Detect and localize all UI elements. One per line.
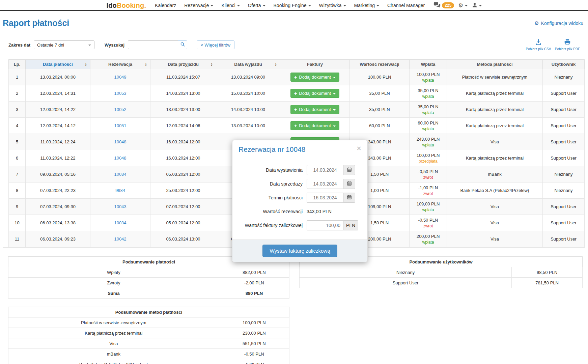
sort-icon: ▲▼ xyxy=(275,63,277,66)
menu-item-rezerwacje[interactable]: Rezerwacje xyxy=(184,3,213,8)
account-menu-button[interactable] xyxy=(472,2,482,9)
cell-arrival: 11.03.2024 15:07 xyxy=(150,69,216,85)
summary-label: Nieznany xyxy=(300,267,512,278)
modal-field-wartosc-rezerwacji: Wartość rezerwacji343,00 PLN xyxy=(236,206,361,217)
menu-item-klienci[interactable]: Klienci xyxy=(221,3,240,8)
cell-payment-date: 12.03.2024, 14:22 xyxy=(26,102,90,118)
reservation-link[interactable]: 10034 xyxy=(114,172,126,177)
cell-lp: 2 xyxy=(9,85,26,102)
close-icon[interactable]: × xyxy=(357,145,361,151)
column-header-label: Data przyjazdu xyxy=(168,62,199,67)
chevron-down-icon xyxy=(308,5,311,6)
reservation-link[interactable]: 9984 xyxy=(115,188,125,193)
cell-payment-date: 11.03.2024, 12:24 xyxy=(26,134,90,150)
summary-label: Kartą płatniczą przez terminal xyxy=(8,328,219,338)
cell-arrival: 16.03.2024 12:00 xyxy=(150,134,216,150)
invoice-modal: Rezerwacja nr 10048 × Data wystawieniaDa… xyxy=(232,140,368,262)
menu-item-oferta[interactable]: Oferta xyxy=(248,3,265,8)
reservation-link[interactable]: 10049 xyxy=(114,75,126,80)
cell-reservation: 10051 xyxy=(90,118,150,134)
more-filters-button[interactable]: < Więcej filtrów xyxy=(197,40,234,49)
menu-item-label: Marketing xyxy=(354,3,375,8)
menu-item-booking-engine[interactable]: Booking Engine xyxy=(274,3,311,8)
column-header-label: Wartość rezerwacji xyxy=(360,62,399,67)
column-header-label: Wpłata xyxy=(421,62,436,67)
table-row: 412.03.2024, 14:121005112.03.2024 14:061… xyxy=(9,118,585,134)
data-sprzedazy-input[interactable] xyxy=(307,179,343,189)
messages-count-badge: 225 xyxy=(442,2,454,8)
modal-field-data-wystawienia: Data wystawienia xyxy=(236,165,361,175)
column-header-rezerwacja[interactable]: Rezerwacja▲▼ xyxy=(90,60,150,69)
chevron-down-icon xyxy=(479,5,482,6)
deposit-amount: 200,00 PLN xyxy=(410,234,447,239)
cell-payment-date: 13.03.2024, 00:00 xyxy=(26,69,90,85)
add-document-button[interactable]: +Dodaj dokument xyxy=(290,121,339,130)
chevron-down-icon xyxy=(237,5,240,6)
reservation-link[interactable]: 10053 xyxy=(114,91,126,96)
reservation-link[interactable]: 10048 xyxy=(114,139,126,144)
menu-item-marketing[interactable]: Marketing xyxy=(354,3,379,8)
chevron-down-icon xyxy=(333,125,336,127)
modal-field-data-sprzedazy: Data sprzedaży xyxy=(236,179,361,189)
summary-row: Bank Pekao S.A (Pekao24Przelew)-1,00 PLN xyxy=(8,359,289,364)
download-csv-button[interactable]: Pobierz plik CSV xyxy=(526,38,551,51)
cell-payment-date: 12.03.2024, 14:31 xyxy=(26,85,90,102)
field-label: Wartość rezerwacji xyxy=(236,209,307,214)
invoice-modal-header: Rezerwacja nr 10048 × xyxy=(232,140,367,158)
chevron-down-icon xyxy=(343,5,346,6)
search-input[interactable] xyxy=(128,40,178,49)
reservation-link[interactable]: 10052 xyxy=(114,107,126,112)
reservation-link[interactable]: 10043 xyxy=(114,204,126,209)
issue-invoice-button[interactable]: Wystaw fakturę zaliczkową xyxy=(262,245,337,257)
cell-deposit: 35,00 PLNwpłata xyxy=(410,102,447,118)
reservation-link[interactable]: 10042 xyxy=(114,236,126,242)
gear-icon: ⚙ xyxy=(534,21,539,26)
deposit-amount: -0,50 PLN xyxy=(410,218,447,223)
termin-platnosci-input[interactable] xyxy=(307,193,343,203)
calendar-button[interactable] xyxy=(343,179,355,189)
summary-label: Zwroty xyxy=(8,278,219,288)
summary-value: 551,50 PLN xyxy=(219,338,289,349)
nav-right-tools: 225 ⚙ xyxy=(433,1,481,9)
add-document-label: Dodaj dokument xyxy=(299,123,331,128)
menu-item-wizytowka[interactable]: Wizytówka xyxy=(319,3,346,8)
reservation-link[interactable]: 10048 xyxy=(114,156,126,161)
add-document-button[interactable]: +Dodaj dokument xyxy=(290,105,339,114)
menu-item-label: Wizytówka xyxy=(319,3,342,8)
column-header-uzytkownik: Użytkownik xyxy=(543,60,585,69)
column-header-lp: Lp. xyxy=(9,60,26,69)
search-button[interactable] xyxy=(178,40,187,49)
menu-item-kalendarz[interactable]: Kalendarz xyxy=(155,3,176,8)
plus-icon: + xyxy=(294,91,297,96)
wartosc-faktury-zaliczkowej-input[interactable] xyxy=(307,220,343,230)
view-config-link[interactable]: ⚙ Konfiguracja widoku xyxy=(534,21,583,26)
deposit-status: wpłata xyxy=(410,110,447,115)
column-header-data-platnosci[interactable]: Data płatności▲▼ xyxy=(26,60,90,69)
add-document-button[interactable]: +Dodaj dokument xyxy=(290,73,339,82)
download-csv-label: Pobierz plik CSV xyxy=(526,47,551,51)
messages-button[interactable]: 225 xyxy=(433,1,454,9)
data-wystawienia-input[interactable] xyxy=(307,165,343,175)
summary-value: 781,50 PLN xyxy=(512,278,583,288)
calendar-button[interactable] xyxy=(343,165,355,175)
column-header-data-przyjazdu[interactable]: Data przyjazdu▲▼ xyxy=(150,60,216,69)
calendar-button[interactable] xyxy=(343,193,355,203)
menu-item-label: Klienci xyxy=(221,3,235,8)
reservation-link[interactable]: 10051 xyxy=(114,123,126,128)
summary-row: Suma880 PLN xyxy=(8,288,289,299)
column-header-label: Metoda płatności xyxy=(477,62,512,67)
summary-value: 880 PLN xyxy=(219,288,289,299)
summary-label: mBank xyxy=(8,349,219,359)
summary-row: mBank-0,50 PLN xyxy=(8,349,289,359)
deposit-status: wpłata xyxy=(410,78,447,83)
summary-row: Zwroty-2,00 PLN xyxy=(8,278,289,288)
menu-item-channel-manager[interactable]: Channel Manager xyxy=(387,3,425,8)
date-range-select[interactable]: Ostatnie 7 dni xyxy=(34,40,94,49)
menu-item-label: Channel Manager xyxy=(387,3,425,8)
settings-menu-button[interactable]: ⚙ xyxy=(458,3,467,8)
reservation-link[interactable]: 10034 xyxy=(114,220,126,225)
add-document-button[interactable]: +Dodaj dokument xyxy=(290,89,339,98)
download-pdf-button[interactable]: Pobierz plik PDF xyxy=(555,38,580,51)
column-header-data-wyjazdu[interactable]: Data wyjazdu▲▼ xyxy=(216,60,280,69)
app-logo[interactable]: IdoBooking. xyxy=(106,2,146,9)
